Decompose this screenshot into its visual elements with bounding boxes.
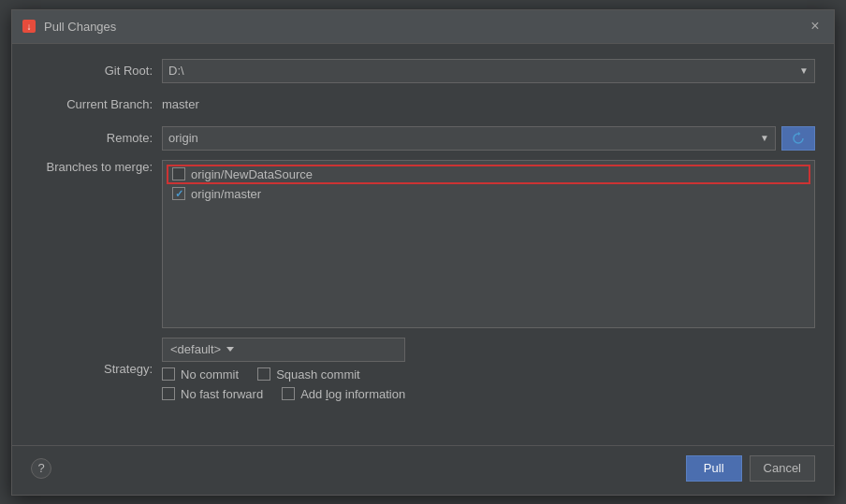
git-root-row: Git Root: D:\ ▼ (31, 59, 815, 83)
remote-row: Remote: origin ▼ (31, 126, 815, 151)
pull-changes-dialog: ↓ Pull Changes × Git Root: D:\ ▼ Current… (11, 9, 835, 496)
branch-checkbox-master[interactable]: ✓ (172, 187, 185, 200)
remote-label: Remote: (31, 131, 162, 145)
no-fast-forward-label: No fast forward (181, 387, 263, 401)
squash-commit-checkbox[interactable] (257, 367, 270, 381)
refresh-button[interactable] (781, 126, 815, 151)
current-branch-value: master (162, 97, 199, 111)
title-bar-left: ↓ Pull Changes (22, 19, 116, 34)
checkmark-master: ✓ (175, 188, 183, 200)
no-commit-label: No commit (181, 367, 239, 382)
git-root-dropdown[interactable]: D:\ ▼ (162, 59, 815, 83)
dialog-content: Git Root: D:\ ▼ Current Branch: master R… (12, 44, 834, 445)
no-commit-checkbox[interactable] (162, 367, 175, 381)
strategy-dropdown-arrow (226, 347, 234, 352)
strategy-controls: <default> No commit Squash commit (162, 338, 405, 401)
close-button[interactable]: × (806, 17, 824, 36)
no-commit-option[interactable]: No commit (162, 367, 239, 382)
current-branch-label: Current Branch: (31, 97, 162, 111)
remote-input-row: origin ▼ (162, 126, 815, 151)
add-log-information-label: Add log information (300, 387, 405, 401)
strategy-label: Strategy: (31, 362, 162, 376)
squash-commit-option[interactable]: Squash commit (257, 367, 360, 382)
footer-right: Pull Cancel (686, 455, 815, 482)
git-root-dropdown-arrow: ▼ (799, 65, 809, 76)
squash-commit-label: Squash commit (276, 367, 360, 382)
help-button[interactable]: ? (31, 458, 51, 479)
branch-checkbox-newdatasource[interactable] (172, 167, 185, 180)
dialog-footer: ? Pull Cancel (12, 445, 834, 495)
branch-label-newdatasource: origin/NewDataSource (191, 167, 313, 181)
app-icon: ↓ (22, 19, 36, 34)
no-fast-forward-checkbox[interactable] (162, 387, 175, 400)
git-root-label: Git Root: (31, 64, 162, 78)
add-log-information-option[interactable]: Add log information (282, 387, 405, 401)
git-root-value: D:\ (168, 64, 184, 78)
options-row-2: No fast forward Add log information (162, 387, 405, 401)
no-fast-forward-option[interactable]: No fast forward (162, 387, 263, 401)
dialog-title: Pull Changes (44, 20, 116, 34)
branches-label: Branches to merge: (31, 160, 162, 174)
strategy-row: Strategy: <default> No commit Squash com… (31, 338, 815, 401)
remote-value: origin (168, 131, 198, 145)
strategy-dropdown[interactable]: <default> (162, 338, 405, 362)
strategy-default-value: <default> (170, 342, 221, 356)
current-branch-row: Current Branch: master (31, 93, 815, 117)
footer-left: ? (31, 458, 51, 479)
add-log-information-checkbox[interactable] (282, 387, 295, 400)
branch-item-newdatasource[interactable]: origin/NewDataSource (167, 165, 810, 184)
remote-dropdown[interactable]: origin ▼ (162, 126, 776, 151)
branches-row: Branches to merge: origin/NewDataSource … (31, 160, 815, 328)
title-bar: ↓ Pull Changes × (12, 10, 834, 44)
cancel-button[interactable]: Cancel (750, 455, 815, 482)
options-row-1: No commit Squash commit (162, 367, 405, 382)
remote-dropdown-arrow: ▼ (760, 133, 769, 143)
branch-item-master[interactable]: ✓ origin/master (167, 184, 810, 204)
branches-list: origin/NewDataSource ✓ origin/master (162, 160, 815, 328)
pull-button[interactable]: Pull (686, 455, 742, 482)
git-root-input-row: D:\ ▼ (162, 59, 815, 83)
branch-label-master: origin/master (191, 187, 261, 201)
svg-text:↓: ↓ (27, 22, 32, 32)
